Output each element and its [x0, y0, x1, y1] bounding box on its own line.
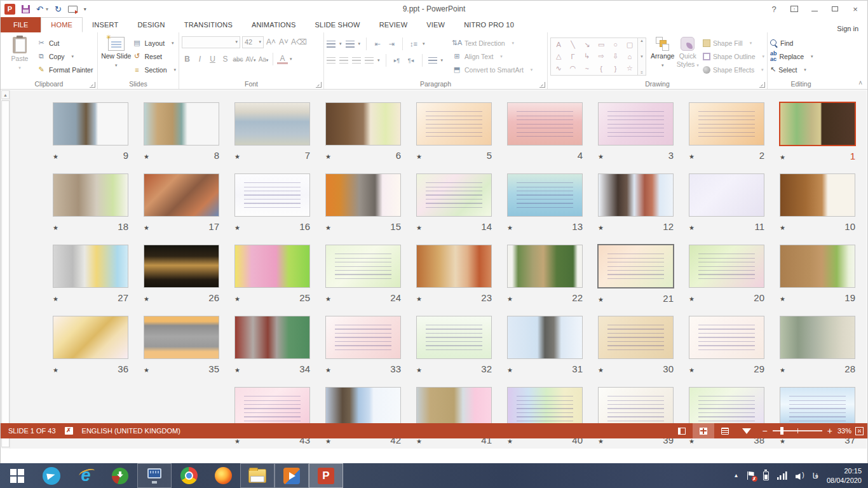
taskbar-firefox[interactable]: [206, 463, 240, 488]
slide-26-thumbnail[interactable]: [144, 245, 219, 288]
left-to-right-button[interactable]: ▸¶: [392, 56, 402, 65]
new-slide-button[interactable]: New Slide ▾: [100, 35, 132, 79]
shape-outline-button[interactable]: Shape Outline ▾: [703, 51, 764, 62]
volume-icon[interactable]: [796, 471, 804, 480]
align-center-button[interactable]: [339, 57, 348, 64]
slide-33-thumbnail[interactable]: [325, 316, 401, 359]
customize-qat-dropdown-icon[interactable]: ▾: [84, 6, 86, 12]
right-to-left-button[interactable]: ¶◂: [406, 56, 416, 65]
decrease-indent-button[interactable]: ⇤: [372, 39, 383, 48]
tab-review[interactable]: REVIEW: [370, 17, 417, 32]
shape-star-shape-icon[interactable]: ☆: [623, 62, 637, 74]
language-indicator[interactable]: فا: [813, 471, 818, 480]
slide-31-thumbnail[interactable]: [507, 316, 583, 359]
slide-4-thumbnail[interactable]: [507, 102, 583, 146]
slide-27-thumbnail[interactable]: [53, 245, 128, 288]
action-center-flag-icon[interactable]: ✗: [747, 471, 755, 480]
language-status[interactable]: ENGLISH (UNITED KINGDOM): [82, 427, 180, 435]
slide-18-thumbnail[interactable]: [53, 173, 128, 217]
shape-triangle-icon[interactable]: △: [552, 51, 566, 63]
shape-rectangle-icon[interactable]: ▭: [594, 39, 608, 51]
slide-1-thumbnail[interactable]: [779, 102, 856, 146]
shrink-font-button[interactable]: A˅: [278, 37, 289, 46]
convert-to-smartart-button[interactable]: ⬒Convert to SmartArt ▾: [452, 64, 532, 75]
slide-12-thumbnail[interactable]: [598, 173, 674, 217]
start-button[interactable]: [0, 463, 34, 488]
clipboard-dialog-launcher[interactable]: [90, 82, 95, 88]
slide-35-thumbnail[interactable]: [144, 316, 219, 359]
font-color-button[interactable]: A: [277, 54, 288, 64]
redo-button[interactable]: ↻: [55, 5, 62, 13]
slide-17-thumbnail[interactable]: [144, 173, 219, 217]
quick-styles-button[interactable]: Quick Styles ▾: [675, 35, 701, 79]
justify-button[interactable]: [365, 57, 374, 64]
character-spacing-button[interactable]: AV▾: [245, 56, 256, 63]
clock[interactable]: 20:15 08/04/2020: [827, 466, 862, 485]
slide-36-thumbnail[interactable]: [53, 316, 128, 359]
align-left-button[interactable]: [327, 57, 336, 64]
italic-button[interactable]: I: [194, 55, 205, 64]
slide-32-thumbnail[interactable]: [416, 316, 492, 359]
shape-line-icon[interactable]: ╲: [566, 39, 580, 51]
tab-slide-show[interactable]: SLIDE SHOW: [306, 17, 370, 32]
change-case-button[interactable]: Aa▾: [258, 56, 269, 63]
taskbar-idm[interactable]: [103, 463, 137, 488]
reading-view-button[interactable]: [714, 423, 736, 438]
shape-elbow-connector-icon[interactable]: Γ: [566, 51, 580, 63]
slide-25-thumbnail[interactable]: [234, 245, 310, 288]
increase-indent-button[interactable]: ⇥: [386, 39, 397, 48]
format-painter-button[interactable]: ✎Format Painter: [36, 64, 93, 75]
shape-arc-icon[interactable]: ◠: [566, 62, 580, 74]
numbering-button[interactable]: [346, 41, 355, 48]
shape-scribble-icon[interactable]: ∿: [552, 62, 566, 74]
save-button[interactable]: [22, 5, 30, 13]
copy-button[interactable]: ⧉Copy ▾: [36, 51, 93, 62]
fit-to-window-button[interactable]: [855, 427, 864, 435]
slide-30-thumbnail[interactable]: [598, 316, 674, 359]
slide-7-thumbnail[interactable]: [234, 102, 310, 146]
zoom-out-button[interactable]: −: [763, 426, 768, 435]
columns-button[interactable]: [428, 57, 437, 64]
line-spacing-button[interactable]: ↕≡: [409, 39, 419, 48]
slide-show-button[interactable]: [736, 423, 757, 438]
drawing-dialog-launcher[interactable]: [759, 82, 765, 88]
tab-file[interactable]: FILE: [1, 17, 41, 32]
shape-oval-icon[interactable]: ○: [608, 39, 622, 51]
battery-icon[interactable]: [763, 471, 769, 480]
slide-20-thumbnail[interactable]: [689, 245, 764, 288]
zoom-level[interactable]: 33%: [837, 427, 851, 435]
normal-view-button[interactable]: [671, 423, 693, 438]
close-button[interactable]: ×: [846, 2, 865, 16]
minimize-button[interactable]: [805, 2, 824, 16]
tab-nitro-pro[interactable]: NITRO PRO 10: [454, 17, 524, 32]
taskbar-chrome[interactable]: [172, 463, 206, 488]
scroll-up-button[interactable]: ▲: [1, 90, 10, 99]
slide-23-thumbnail[interactable]: [416, 245, 492, 288]
slide-9-thumbnail[interactable]: [53, 102, 128, 146]
tab-home[interactable]: HOME: [41, 17, 83, 32]
clear-formatting-button[interactable]: A⌫: [291, 37, 302, 46]
bullets-button[interactable]: [327, 41, 336, 48]
bold-button[interactable]: B: [182, 55, 193, 64]
network-signal-icon[interactable]: [777, 471, 787, 480]
slide-5-thumbnail[interactable]: [416, 102, 492, 146]
collapse-ribbon-button[interactable]: ˄: [858, 79, 862, 86]
select-button[interactable]: ↖Select ▾: [770, 64, 813, 75]
slide-14-thumbnail[interactable]: [416, 173, 492, 217]
cut-button[interactable]: ✂Cut: [36, 37, 93, 48]
undo-dropdown-icon[interactable]: ▾: [46, 6, 48, 12]
slide-6-thumbnail[interactable]: [325, 102, 401, 146]
slide-22-thumbnail[interactable]: [507, 245, 583, 288]
find-button[interactable]: Find: [770, 37, 813, 48]
grow-font-button[interactable]: A˄: [266, 37, 276, 46]
tab-animations[interactable]: ANIMATIONS: [242, 17, 306, 32]
slide-24-thumbnail[interactable]: [325, 245, 401, 288]
shape-fill-button[interactable]: Shape Fill ▾: [703, 37, 764, 48]
font-dialog-launcher[interactable]: [316, 82, 322, 88]
shape-right-arrow-icon[interactable]: ⇨: [594, 51, 608, 63]
slide-16-thumbnail[interactable]: [234, 173, 310, 217]
slide-10-thumbnail[interactable]: [780, 173, 855, 217]
paragraph-dialog-launcher[interactable]: [539, 82, 545, 88]
shape-arrow-icon[interactable]: ↘: [580, 39, 594, 51]
help-button[interactable]: ?: [764, 2, 783, 16]
